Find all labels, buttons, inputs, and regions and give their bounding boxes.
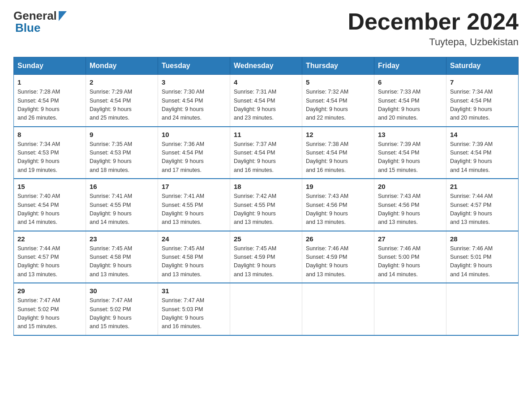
calendar-day-cell: 16 Sunrise: 7:41 AM Sunset: 4:55 PM Dayl… bbox=[86, 179, 158, 231]
day-info: Sunrise: 7:47 AM Sunset: 5:02 PM Dayligh… bbox=[17, 296, 82, 331]
day-number: 28 bbox=[450, 235, 515, 243]
day-of-week-header: Thursday bbox=[302, 57, 374, 75]
calendar-day-cell: 18 Sunrise: 7:42 AM Sunset: 4:55 PM Dayl… bbox=[230, 179, 302, 231]
calendar-day-cell: 30 Sunrise: 7:47 AM Sunset: 5:02 PM Dayl… bbox=[86, 283, 158, 335]
calendar-day-cell: 15 Sunrise: 7:40 AM Sunset: 4:54 PM Dayl… bbox=[14, 179, 86, 231]
calendar-week-row: 22 Sunrise: 7:44 AM Sunset: 4:57 PM Dayl… bbox=[14, 231, 519, 283]
day-info: Sunrise: 7:46 AM Sunset: 4:59 PM Dayligh… bbox=[306, 244, 370, 279]
day-info: Sunrise: 7:30 AM Sunset: 4:54 PM Dayligh… bbox=[162, 88, 226, 123]
day-info: Sunrise: 7:46 AM Sunset: 5:00 PM Dayligh… bbox=[378, 244, 442, 279]
logo-arrow-icon bbox=[59, 11, 67, 23]
calendar-day-cell: 4 Sunrise: 7:31 AM Sunset: 4:54 PM Dayli… bbox=[230, 75, 302, 127]
day-info: Sunrise: 7:33 AM Sunset: 4:54 PM Dayligh… bbox=[378, 88, 442, 123]
day-info: Sunrise: 7:43 AM Sunset: 4:56 PM Dayligh… bbox=[306, 192, 370, 227]
day-number: 13 bbox=[378, 131, 442, 138]
day-number: 29 bbox=[17, 287, 82, 295]
day-number: 6 bbox=[378, 78, 442, 86]
calendar-day-cell: 11 Sunrise: 7:37 AM Sunset: 4:54 PM Dayl… bbox=[230, 127, 302, 179]
page-header: General Blue December 2024 Tuytepa, Uzbe… bbox=[13, 9, 519, 48]
day-number: 12 bbox=[306, 131, 370, 138]
day-info: Sunrise: 7:47 AM Sunset: 5:03 PM Dayligh… bbox=[162, 296, 226, 331]
day-number: 7 bbox=[450, 78, 515, 86]
day-number: 8 bbox=[17, 131, 82, 138]
day-number: 11 bbox=[234, 131, 298, 138]
calendar-day-cell: 20 Sunrise: 7:43 AM Sunset: 4:56 PM Dayl… bbox=[374, 179, 446, 231]
calendar-day-cell: 9 Sunrise: 7:35 AM Sunset: 4:53 PM Dayli… bbox=[86, 127, 158, 179]
day-number: 10 bbox=[162, 131, 226, 138]
day-number: 9 bbox=[90, 131, 154, 138]
day-info: Sunrise: 7:42 AM Sunset: 4:55 PM Dayligh… bbox=[234, 192, 298, 227]
calendar-day-cell: 27 Sunrise: 7:46 AM Sunset: 5:00 PM Dayl… bbox=[374, 231, 446, 283]
day-info: Sunrise: 7:34 AM Sunset: 4:53 PM Dayligh… bbox=[17, 140, 82, 175]
calendar-day-cell bbox=[302, 283, 374, 335]
calendar-day-cell: 14 Sunrise: 7:39 AM Sunset: 4:54 PM Dayl… bbox=[446, 127, 519, 179]
day-of-week-header: Sunday bbox=[14, 57, 86, 75]
day-info: Sunrise: 7:44 AM Sunset: 4:57 PM Dayligh… bbox=[17, 244, 82, 279]
calendar-day-cell: 10 Sunrise: 7:36 AM Sunset: 4:54 PM Dayl… bbox=[158, 127, 230, 179]
calendar-day-cell: 3 Sunrise: 7:30 AM Sunset: 4:54 PM Dayli… bbox=[158, 75, 230, 127]
day-info: Sunrise: 7:43 AM Sunset: 4:56 PM Dayligh… bbox=[378, 192, 442, 227]
day-number: 3 bbox=[162, 78, 226, 86]
calendar-day-cell: 26 Sunrise: 7:46 AM Sunset: 4:59 PM Dayl… bbox=[302, 231, 374, 283]
title-section: December 2024 Tuytepa, Uzbekistan bbox=[348, 9, 519, 48]
day-number: 25 bbox=[234, 235, 298, 243]
day-info: Sunrise: 7:45 AM Sunset: 4:58 PM Dayligh… bbox=[162, 244, 226, 279]
day-of-week-header: Friday bbox=[374, 57, 446, 75]
calendar-day-cell: 29 Sunrise: 7:47 AM Sunset: 5:02 PM Dayl… bbox=[14, 283, 86, 335]
calendar-day-cell: 19 Sunrise: 7:43 AM Sunset: 4:56 PM Dayl… bbox=[302, 179, 374, 231]
calendar-day-cell: 25 Sunrise: 7:45 AM Sunset: 4:59 PM Dayl… bbox=[230, 231, 302, 283]
day-number: 17 bbox=[162, 183, 226, 190]
calendar-day-cell: 17 Sunrise: 7:41 AM Sunset: 4:55 PM Dayl… bbox=[158, 179, 230, 231]
day-info: Sunrise: 7:45 AM Sunset: 4:58 PM Dayligh… bbox=[90, 244, 154, 279]
calendar-week-row: 29 Sunrise: 7:47 AM Sunset: 5:02 PM Dayl… bbox=[14, 283, 519, 335]
day-number: 24 bbox=[162, 235, 226, 243]
day-number: 30 bbox=[90, 287, 154, 295]
calendar-day-cell: 13 Sunrise: 7:39 AM Sunset: 4:54 PM Dayl… bbox=[374, 127, 446, 179]
day-number: 21 bbox=[450, 183, 515, 190]
calendar-day-cell: 5 Sunrise: 7:32 AM Sunset: 4:54 PM Dayli… bbox=[302, 75, 374, 127]
day-number: 22 bbox=[17, 235, 82, 243]
day-info: Sunrise: 7:28 AM Sunset: 4:54 PM Dayligh… bbox=[17, 88, 82, 123]
calendar-day-cell: 31 Sunrise: 7:47 AM Sunset: 5:03 PM Dayl… bbox=[158, 283, 230, 335]
day-number: 18 bbox=[234, 183, 298, 190]
day-info: Sunrise: 7:34 AM Sunset: 4:54 PM Dayligh… bbox=[450, 88, 515, 123]
day-info: Sunrise: 7:41 AM Sunset: 4:55 PM Dayligh… bbox=[162, 192, 226, 227]
day-number: 27 bbox=[378, 235, 442, 243]
calendar-header-row: SundayMondayTuesdayWednesdayThursdayFrid… bbox=[14, 57, 519, 75]
logo-blue-text: Blue bbox=[15, 21, 40, 35]
calendar-day-cell: 12 Sunrise: 7:38 AM Sunset: 4:54 PM Dayl… bbox=[302, 127, 374, 179]
day-of-week-header: Tuesday bbox=[158, 57, 230, 75]
day-of-week-header: Wednesday bbox=[230, 57, 302, 75]
day-number: 15 bbox=[17, 183, 82, 190]
day-info: Sunrise: 7:38 AM Sunset: 4:54 PM Dayligh… bbox=[306, 140, 370, 175]
calendar-day-cell: 2 Sunrise: 7:29 AM Sunset: 4:54 PM Dayli… bbox=[86, 75, 158, 127]
day-info: Sunrise: 7:37 AM Sunset: 4:54 PM Dayligh… bbox=[234, 140, 298, 175]
svg-marker-0 bbox=[59, 11, 67, 21]
calendar-day-cell: 28 Sunrise: 7:46 AM Sunset: 5:01 PM Dayl… bbox=[446, 231, 519, 283]
calendar-week-row: 1 Sunrise: 7:28 AM Sunset: 4:54 PM Dayli… bbox=[14, 75, 519, 127]
calendar-week-row: 15 Sunrise: 7:40 AM Sunset: 4:54 PM Dayl… bbox=[14, 179, 519, 231]
day-info: Sunrise: 7:35 AM Sunset: 4:53 PM Dayligh… bbox=[90, 140, 154, 175]
calendar-day-cell: 8 Sunrise: 7:34 AM Sunset: 4:53 PM Dayli… bbox=[14, 127, 86, 179]
location-text: Tuytepa, Uzbekistan bbox=[348, 36, 519, 48]
day-info: Sunrise: 7:46 AM Sunset: 5:01 PM Dayligh… bbox=[450, 244, 515, 279]
calendar-day-cell: 7 Sunrise: 7:34 AM Sunset: 4:54 PM Dayli… bbox=[446, 75, 519, 127]
day-number: 23 bbox=[90, 235, 154, 243]
calendar-day-cell: 6 Sunrise: 7:33 AM Sunset: 4:54 PM Dayli… bbox=[374, 75, 446, 127]
calendar-day-cell: 23 Sunrise: 7:45 AM Sunset: 4:58 PM Dayl… bbox=[86, 231, 158, 283]
day-info: Sunrise: 7:36 AM Sunset: 4:54 PM Dayligh… bbox=[162, 140, 226, 175]
day-info: Sunrise: 7:39 AM Sunset: 4:54 PM Dayligh… bbox=[450, 140, 515, 175]
calendar-day-cell: 21 Sunrise: 7:44 AM Sunset: 4:57 PM Dayl… bbox=[446, 179, 519, 231]
calendar-day-cell: 1 Sunrise: 7:28 AM Sunset: 4:54 PM Dayli… bbox=[14, 75, 86, 127]
day-number: 20 bbox=[378, 183, 442, 190]
day-of-week-header: Saturday bbox=[446, 57, 519, 75]
month-title: December 2024 bbox=[348, 9, 519, 34]
day-number: 31 bbox=[162, 287, 226, 295]
calendar-day-cell: 22 Sunrise: 7:44 AM Sunset: 4:57 PM Dayl… bbox=[14, 231, 86, 283]
day-info: Sunrise: 7:47 AM Sunset: 5:02 PM Dayligh… bbox=[90, 296, 154, 331]
day-number: 16 bbox=[90, 183, 154, 190]
day-number: 19 bbox=[306, 183, 370, 190]
day-number: 2 bbox=[90, 78, 154, 86]
day-number: 26 bbox=[306, 235, 370, 243]
day-number: 5 bbox=[306, 78, 370, 86]
